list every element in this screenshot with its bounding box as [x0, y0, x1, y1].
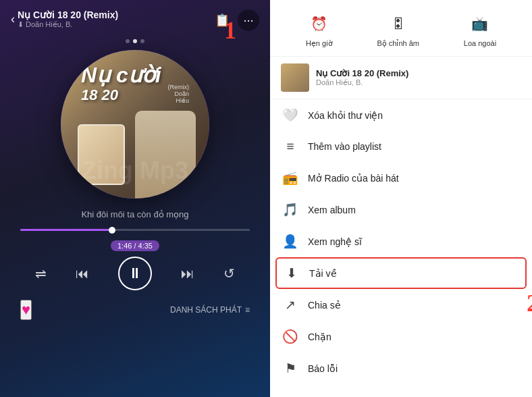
- album-art-inner: Nụ cười 18 20 (Remix)DoãnHiếu Zing Mp3: [61, 50, 209, 198]
- report-label: Báo lỗi: [308, 363, 338, 374]
- next-button[interactable]: ⏭: [181, 266, 194, 282]
- artist-label: Xem nghệ sĩ: [308, 236, 362, 247]
- album-icon: 🎵: [282, 202, 298, 217]
- progress-thumb: [109, 227, 115, 234]
- header-song-artist: ⬇ Doãn Hiếu, B.: [18, 20, 118, 29]
- album-label: Xem album: [308, 205, 356, 215]
- time-display: 1:46 / 4:35: [111, 240, 159, 251]
- download-indicator-icon: ⬇: [18, 20, 24, 29]
- album-art-text: Nụ cười 18 20: [81, 63, 161, 103]
- pause-button[interactable]: ⏸: [118, 257, 152, 290]
- share-label: Chia sẻ: [308, 300, 341, 311]
- playlist-label: DANH SÁCH PHÁT: [170, 305, 242, 315]
- menu-speaker[interactable]: 📺 Loa ngoài: [464, 11, 496, 48]
- more-options-button[interactable]: ···: [238, 9, 259, 31]
- playback-controls: ⇌ ⏮ ⏸ ⏭ ↺: [20, 257, 250, 290]
- playlist-icon: ≡: [245, 305, 250, 315]
- speaker-label: Loa ngoài: [464, 39, 496, 47]
- speaker-icon: 📺: [467, 11, 493, 36]
- alarm-label: Hẹn giờ: [306, 39, 333, 48]
- menu-top-icons: ⏰ Hẹn giờ 🎛 Bộ chỉnh âm 📺 Loa ngoài: [270, 0, 532, 57]
- menu-song-artist: Doãn Hiếu, B.: [316, 78, 408, 87]
- album-art: Nụ cười 18 20 (Remix)DoãnHiếu Zing Mp3: [61, 50, 209, 198]
- menu-items-list: 🤍 Xóa khỏi thư viện ≡ Thêm vào playlist …: [270, 99, 532, 397]
- menu-song-info: Nụ Cười 18 20 (Remix) Doãn Hiếu, B.: [270, 57, 532, 99]
- playlist-button[interactable]: DANH SÁCH PHÁT ≡: [170, 305, 250, 315]
- repeat-button[interactable]: ↺: [223, 265, 235, 282]
- menu-item-block[interactable]: 🚫 Chặn: [270, 321, 532, 352]
- add-playlist-icon: ≡: [282, 139, 298, 154]
- back-arrow-icon: ‹: [11, 12, 15, 26]
- menu-item-album[interactable]: 🎵 Xem album: [270, 194, 532, 226]
- download-label: Tải về: [309, 268, 337, 279]
- share-icon: ↗: [282, 297, 298, 313]
- menu-item-report[interactable]: ⚑ Báo lỗi: [270, 352, 532, 384]
- alarm-icon: ⏰: [307, 11, 332, 36]
- radio-label: Mở Radio của bài hát: [308, 173, 399, 184]
- menu-song-title: Nụ Cười 18 20 (Remix): [316, 68, 408, 78]
- dot-1: [126, 39, 130, 43]
- menu-item-download[interactable]: ⬇ Tải về: [275, 257, 527, 289]
- menu-item-add-playlist[interactable]: ≡ Thêm vào playlist: [270, 131, 532, 162]
- report-icon: ⚑: [282, 361, 298, 376]
- context-menu-panel: ⏰ Hẹn giờ 🎛 Bộ chỉnh âm 📺 Loa ngoài Nụ C…: [270, 0, 532, 397]
- artist-icon: 👤: [282, 234, 298, 249]
- album-art-sub: (Remix)DoãnHiếu: [168, 84, 190, 104]
- player-panel: ‹ Nụ Cười 18 20 (Remix) ⬇ Doãn Hiếu, B. …: [0, 0, 270, 397]
- equalizer-label: Bộ chỉnh âm: [377, 39, 419, 48]
- album-person: [135, 111, 196, 198]
- add-playlist-label: Thêm vào playlist: [308, 141, 381, 152]
- dot-3: [140, 39, 144, 43]
- menu-item-artist[interactable]: 👤 Xem nghệ sĩ: [270, 226, 532, 257]
- equalizer-icon: 🎛: [385, 11, 411, 36]
- page-dots: [126, 39, 144, 43]
- progress-fill: [20, 229, 112, 231]
- block-icon: 🚫: [282, 329, 298, 344]
- heart-broken-icon: 🤍: [282, 107, 298, 123]
- step-badge-1: 1: [224, 16, 236, 45]
- header-icons: 📋 ···: [215, 9, 259, 31]
- header-song-info: Nụ Cười 18 20 (Remix) ⬇ Doãn Hiếu, B.: [18, 9, 118, 29]
- progress-container[interactable]: [20, 229, 250, 235]
- menu-equalizer[interactable]: 🎛 Bộ chỉnh âm: [377, 11, 419, 48]
- menu-item-share[interactable]: ↗ Chia sẻ: [270, 289, 532, 321]
- like-button[interactable]: ♥: [20, 300, 32, 320]
- menu-item-remove-library[interactable]: 🤍 Xóa khỏi thư viện: [270, 99, 532, 131]
- back-button[interactable]: ‹ Nụ Cười 18 20 (Remix) ⬇ Doãn Hiếu, B.: [11, 9, 118, 29]
- download-icon: ⬇: [284, 265, 300, 281]
- song-thumbnail: [281, 63, 309, 92]
- lyrics-line: Khi đôi môi ta còn đỏ mọng: [81, 209, 188, 219]
- dot-2: [133, 39, 137, 43]
- header-song-title: Nụ Cười 18 20 (Remix): [18, 9, 118, 20]
- prev-button[interactable]: ⏮: [76, 266, 89, 282]
- progress-bar[interactable]: [20, 229, 250, 231]
- song-info-text: Nụ Cười 18 20 (Remix) Doãn Hiếu, B.: [316, 68, 408, 87]
- menu-item-radio[interactable]: 📻 Mở Radio của bài hát: [270, 162, 532, 194]
- watermark: Zing Mp3: [82, 157, 188, 185]
- remove-library-label: Xóa khỏi thư viện: [308, 110, 383, 121]
- menu-alarm[interactable]: ⏰ Hẹn giờ: [306, 11, 333, 48]
- block-label: Chặn: [308, 332, 331, 342]
- shuffle-button[interactable]: ⇌: [35, 265, 47, 282]
- bottom-bar: ♥ DANH SÁCH PHÁT ≡: [20, 300, 250, 320]
- radio-icon: 📻: [282, 170, 298, 186]
